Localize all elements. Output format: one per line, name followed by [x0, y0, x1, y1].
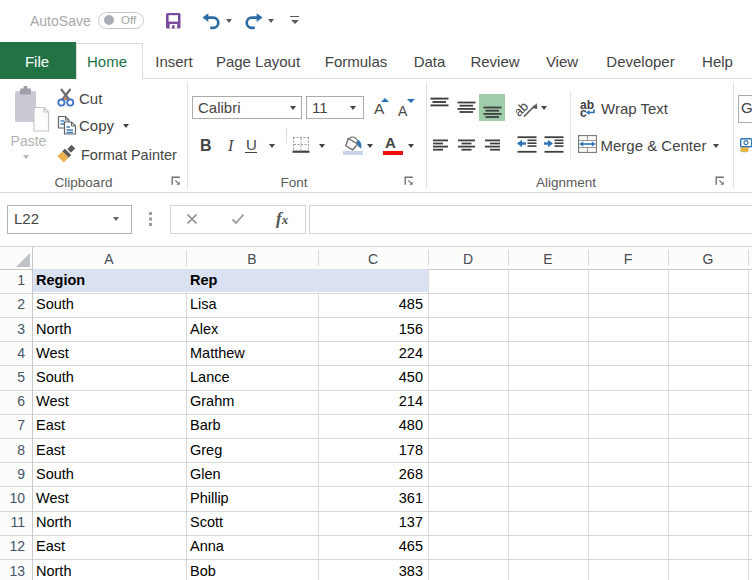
svg-text:c: c: [580, 106, 587, 118]
